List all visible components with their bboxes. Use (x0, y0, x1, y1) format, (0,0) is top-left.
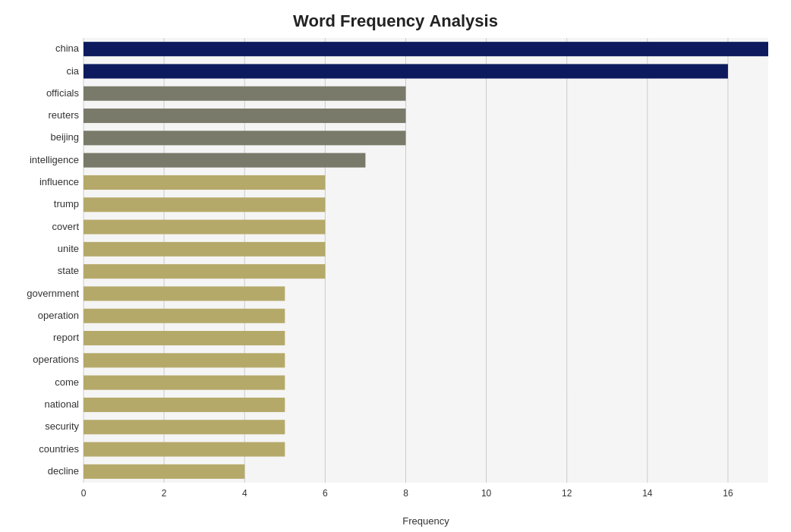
chart-container (0, 0, 791, 532)
